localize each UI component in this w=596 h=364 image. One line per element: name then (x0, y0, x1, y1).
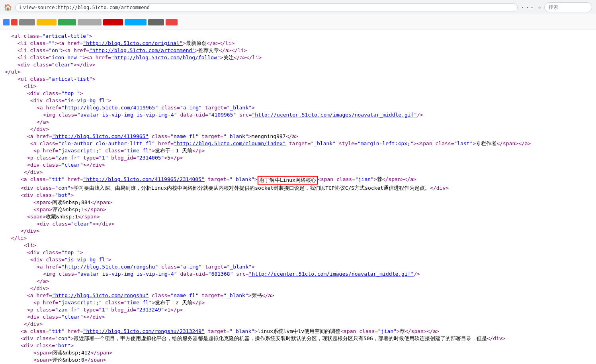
source-line: <div class="top "> (0, 249, 596, 256)
bookmarks-bar (0, 15, 596, 29)
source-line: <a href="http://blog.51cto.com/4119965" … (0, 133, 596, 140)
source-line: </div> (0, 169, 596, 176)
source-line: <a href="http://blog.51cto.com/rongshu" … (0, 292, 596, 299)
source-line: <img class="avatar is-vip-img is-vip-img… (0, 111, 596, 119)
source-line: <div class="clear"></div> (0, 162, 596, 169)
source-line: </div> (0, 126, 596, 133)
source-line: <p class="zan fr" type="1" blog_id="2313… (0, 306, 596, 313)
source-line: </div> (0, 321, 596, 328)
source-view: <ul class="artical-title"> <li class="">… (0, 29, 596, 362)
source-line: <div class="clear"></div> (0, 61, 596, 68)
source-line: <div class="bot"> (0, 192, 596, 199)
search-placeholder: 搜索 (549, 4, 558, 10)
bookmark-icon-2[interactable] (11, 19, 18, 25)
source-line: <a class="tit" href="http://blog.51cto.c… (0, 176, 596, 185)
source-line: <p class="zan fr" type="1" blog_id="2314… (0, 154, 596, 162)
source-line: <li> (0, 242, 596, 249)
bookmark-icon-7[interactable] (103, 19, 123, 25)
source-line: <span>评论&nbsp;0</span> (0, 356, 596, 362)
source-line: <span>阅读&nbsp;884</span> (0, 199, 596, 206)
source-line: <img class="avatar is-vip-img is-vip-img… (0, 271, 596, 278)
bookmark-icon-5[interactable] (58, 19, 76, 25)
source-line: <div class="clear"></div> (0, 220, 596, 228)
source-line: <div class="is-vip-bg fl"> (0, 256, 596, 263)
menu-dots[interactable]: ··· (521, 4, 535, 11)
source-line: <li class="on"><a href="http://blog.51ct… (0, 47, 596, 54)
source-line: <li> (0, 83, 596, 90)
home-icon[interactable]: 🏠 (4, 4, 12, 11)
address-bar[interactable]: ℹ view-source:http://blog.51cto.com/artc… (15, 3, 518, 12)
source-line: <p href="javascript:;" class="time fl">发… (0, 147, 596, 154)
lock-icon: ℹ (20, 5, 21, 10)
url-text: view-source:http://blog.51cto.com/artcom… (23, 5, 150, 10)
source-line: <div class="is-vip-bg fl"> (0, 97, 596, 104)
source-line: </ul> (0, 68, 596, 76)
source-line: <a href="http://blog.51cto.com/rongshu" … (0, 263, 596, 271)
source-line: </li> (0, 235, 596, 242)
bookmark-icon-1[interactable] (3, 19, 10, 25)
source-line: <span>收藏&nbsp;1</span> (0, 213, 596, 220)
source-line: <div class="clear"></div> (0, 313, 596, 321)
source-line: </a> (0, 119, 596, 126)
source-line: </a> (0, 278, 596, 285)
source-line: <span>评论&nbsp;1</span> (0, 206, 596, 213)
bookmark-icon-6[interactable] (78, 19, 102, 25)
source-line: <li class="icon-new "><a href="http://bl… (0, 54, 596, 61)
source-line: </div> (0, 285, 596, 292)
bookmark-icon-9[interactable] (148, 19, 164, 25)
source-line: <ul class="artical-title"> (0, 33, 596, 40)
source-line: <div class="bot"> (0, 342, 596, 349)
source-line: <li class=""><a href="http://blog.51cto.… (0, 40, 596, 47)
bookmark-icon-10[interactable] (166, 19, 178, 25)
source-line: <div class="con">学习要由浅入深、由易到难，分析Linux内核中… (0, 185, 596, 192)
bookmark-icon-4[interactable] (37, 19, 57, 25)
search-box[interactable]: 搜索 (544, 2, 592, 12)
source-line: <a class="clo-author clo-author-litt fl"… (0, 140, 596, 147)
source-line: <a class="tit" href="http://blog.51cto.c… (0, 328, 596, 335)
source-line: </div> (0, 228, 596, 235)
bookmark-icon-3[interactable] (19, 19, 35, 25)
source-line: <a href="http://blog.51cto.com/4119965" … (0, 104, 596, 111)
browser-actions: ··· ☆ (521, 4, 541, 11)
star-icon[interactable]: ☆ (538, 4, 541, 10)
bookmark-icon-8[interactable] (125, 19, 147, 25)
source-line: <div class="con">最近部署一个项目，甲方使用虚拟化平台，给的服务… (0, 335, 596, 342)
source-line: <p href="javascript:;" class="time fl">发… (0, 299, 596, 306)
source-line: <div class="top "> (0, 90, 596, 97)
source-line: <span>阅读&nbsp;412</span> (0, 349, 596, 356)
browser-chrome: 🏠 ℹ view-source:http://blog.51cto.com/ar… (0, 0, 596, 15)
source-line: <ul class="artical-list"> (0, 76, 596, 83)
